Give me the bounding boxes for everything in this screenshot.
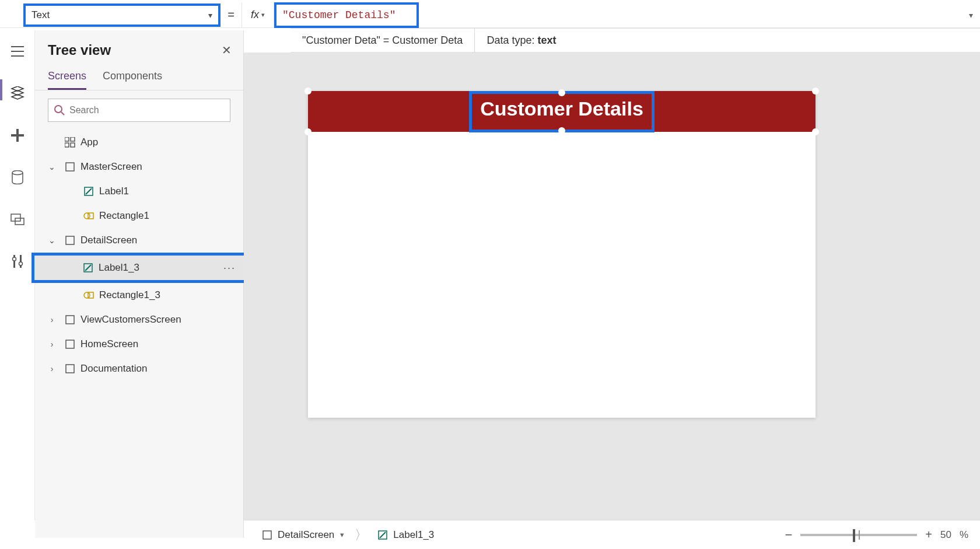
- svg-rect-18: [66, 163, 74, 171]
- canvas-screen[interactable]: Customer Details: [308, 91, 816, 418]
- tree-item-label: Label1_3: [99, 262, 139, 274]
- fx-label: fx: [251, 9, 259, 21]
- data-icon[interactable]: [6, 166, 29, 189]
- tab-screens[interactable]: Screens: [48, 65, 86, 90]
- zoom-out-button[interactable]: −: [785, 527, 792, 543]
- tree-item-rectangle1-3[interactable]: Rectangle1_3: [35, 283, 243, 307]
- formula-input[interactable]: [282, 9, 411, 21]
- hamburger-icon[interactable]: [6, 40, 29, 63]
- bottom-bar: DetailScreen ▾ 〉 Label1_3 − + 50 %: [244, 520, 980, 549]
- tree-header: Tree view ✕: [35, 30, 243, 65]
- svg-point-12: [55, 106, 62, 113]
- media-icon[interactable]: [6, 208, 29, 231]
- zoom-controls: − + 50 %: [785, 527, 968, 543]
- tree-item-rectangle1[interactable]: Rectangle1: [35, 204, 243, 228]
- zoom-value: 50: [940, 529, 951, 541]
- breadcrumb-screen-label: DetailScreen: [278, 529, 334, 541]
- screen-icon: [62, 162, 78, 172]
- settings-icon[interactable]: [6, 250, 29, 273]
- chevron-down-icon: ▾: [208, 11, 212, 20]
- tab-components[interactable]: Components: [103, 65, 162, 90]
- active-indicator: [0, 79, 2, 100]
- tree-item-homescreen[interactable]: › HomeScreen: [35, 332, 243, 356]
- close-icon[interactable]: ✕: [222, 43, 232, 57]
- chevron-right-icon[interactable]: ›: [42, 315, 62, 324]
- tree-item-label: HomeScreen: [80, 338, 138, 350]
- tree-item-label: App: [80, 137, 98, 148]
- svg-point-11: [19, 262, 22, 265]
- svg-point-20: [84, 213, 90, 219]
- tree-item-masterscreen[interactable]: ⌄ MasterScreen: [35, 155, 243, 179]
- tree-view-icon[interactable]: [6, 82, 29, 105]
- svg-rect-4: [11, 134, 24, 137]
- fx-button[interactable]: fx ▾: [242, 2, 274, 28]
- tree-item-detailscreen[interactable]: ⌄ DetailScreen: [35, 228, 243, 253]
- svg-rect-22: [66, 236, 74, 244]
- canvas-header-label[interactable]: Customer Details: [469, 91, 654, 132]
- svg-rect-17: [71, 143, 75, 147]
- svg-rect-28: [66, 365, 74, 373]
- zoom-pct: %: [960, 529, 968, 541]
- svg-rect-14: [65, 137, 69, 141]
- search-icon: [54, 105, 65, 116]
- svg-rect-0: [11, 46, 24, 47]
- search-input[interactable]: [69, 105, 224, 116]
- formula-result-bar: "Customer Deta" = Customer Deta Data typ…: [290, 28, 980, 53]
- zoom-slider[interactable]: [800, 534, 917, 536]
- property-dropdown[interactable]: Text ▾: [23, 4, 220, 27]
- chevron-right-icon[interactable]: ›: [42, 340, 62, 349]
- rectangle-icon: [80, 212, 97, 220]
- screen-icon: [62, 340, 78, 349]
- insert-icon[interactable]: [6, 124, 29, 147]
- label-icon: [378, 530, 387, 540]
- tree-item-viewcustomersscreen[interactable]: › ViewCustomersScreen: [35, 307, 243, 332]
- svg-rect-29: [263, 531, 271, 539]
- screen-icon: [62, 315, 78, 324]
- svg-point-24: [84, 292, 90, 298]
- breadcrumb-screen[interactable]: DetailScreen ▾: [256, 527, 351, 543]
- chevron-down-icon[interactable]: ⌄: [42, 236, 62, 245]
- tree-item-documentation[interactable]: › Documentation: [35, 356, 243, 381]
- tree-search-wrap: [48, 99, 230, 122]
- svg-rect-6: [11, 214, 20, 221]
- tree-item-selected-highlight: Label1_3 ···: [32, 253, 247, 283]
- svg-rect-16: [65, 143, 69, 147]
- svg-rect-2: [11, 55, 24, 57]
- tree-item-label: DetailScreen: [80, 235, 137, 246]
- tree-panel: Tree view ✕ Screens Components App ⌄ Mas…: [35, 30, 244, 538]
- tree-item-label1[interactable]: Label1: [35, 179, 243, 204]
- chevron-down-icon[interactable]: ⌄: [42, 162, 62, 172]
- tree-item-label1-3[interactable]: Label1_3 ···: [34, 256, 244, 280]
- screen-icon: [262, 530, 272, 540]
- canvas-header-rectangle[interactable]: Customer Details: [308, 91, 816, 132]
- svg-point-10: [12, 257, 16, 261]
- breadcrumb-control-label: Label1_3: [393, 529, 434, 541]
- svg-rect-27: [66, 340, 74, 348]
- tree-item-app[interactable]: App: [35, 130, 243, 155]
- formula-input-wrap: [274, 2, 419, 28]
- tree-list: App ⌄ MasterScreen Label1 Rectangle1 ⌄ D…: [35, 128, 243, 383]
- zoom-in-button[interactable]: +: [925, 528, 932, 541]
- canvas[interactable]: Customer Details: [244, 53, 980, 520]
- selection-handle[interactable]: [558, 127, 565, 134]
- formula-data-type: Data type: text: [475, 34, 568, 47]
- screen-icon: [62, 236, 78, 245]
- tree-item-label: Rectangle1_3: [99, 289, 160, 301]
- selection-handle[interactable]: [558, 89, 565, 96]
- tree-search-box[interactable]: [48, 99, 230, 122]
- chevron-right-icon[interactable]: ›: [42, 364, 62, 373]
- more-icon[interactable]: ···: [223, 262, 236, 274]
- svg-rect-26: [66, 316, 74, 324]
- tree-item-label: Rectangle1: [99, 210, 149, 222]
- tree-item-label: MasterScreen: [80, 161, 142, 173]
- rectangle-icon: [80, 291, 97, 299]
- canvas-header-text: Customer Details: [480, 97, 643, 120]
- slider-thumb[interactable]: [853, 529, 855, 542]
- formula-bar: Text ▾ = fx ▾ ▾: [0, 2, 980, 28]
- chevron-down-icon[interactable]: ▾: [969, 11, 973, 20]
- slider-tick: [859, 530, 860, 540]
- left-rail: [0, 30, 35, 520]
- breadcrumb-control[interactable]: Label1_3: [371, 527, 441, 543]
- app-icon: [62, 137, 78, 148]
- svg-rect-15: [71, 137, 75, 141]
